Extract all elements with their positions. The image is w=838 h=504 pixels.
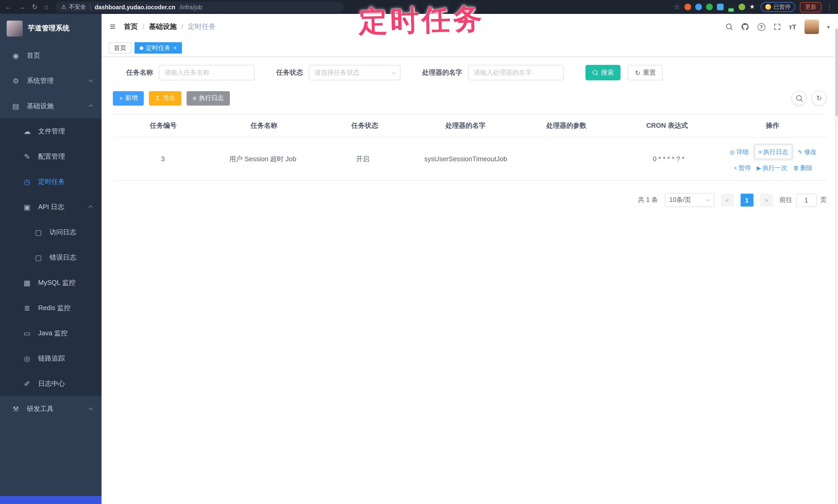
reset-button[interactable]: ↻ 重置 — [628, 65, 663, 80]
sidebar-item-label: API 日志 — [38, 202, 64, 212]
sidebar-item-5[interactable]: ◷定时任务 — [0, 169, 102, 194]
action-pencil[interactable]: ✎修改 — [798, 147, 816, 157]
search-button[interactable]: 搜索 — [586, 65, 621, 80]
navbar-actions: ? тT ▾ — [726, 20, 830, 34]
sidebar-item-1[interactable]: ⚙系统管理 — [0, 68, 102, 93]
sidebar-item-4[interactable]: ✎配置管理 — [0, 144, 102, 169]
extension-pin[interactable] — [695, 4, 702, 10]
reload-icon[interactable]: ↻ — [32, 4, 38, 10]
handler-filter-input[interactable] — [468, 65, 564, 80]
bookmark-star-icon[interactable]: ☆ — [674, 4, 680, 10]
sidebar-item-10[interactable]: ≣Redis 监控 — [0, 295, 102, 320]
export-button[interactable]: ↧ 导出 — [149, 91, 181, 105]
goto-page-input[interactable] — [796, 193, 817, 207]
scrollbar-thumb[interactable] — [835, 29, 838, 116]
sidebar-item-label: 错误日志 — [50, 253, 76, 262]
chevron-down-icon — [707, 199, 710, 201]
sidebar-item-11[interactable]: ▭Java 监控 — [0, 320, 102, 346]
back-icon[interactable]: ← — [5, 4, 12, 10]
page-size-value: 10条/页 — [669, 196, 691, 204]
sidebar-item-label: 首页 — [27, 51, 40, 60]
github-icon[interactable] — [741, 23, 749, 31]
table-header-cell: 任务编号 — [113, 114, 214, 137]
sidebar-item-label: Redis 监控 — [38, 303, 71, 312]
table-header-cell: 处理器的参数 — [516, 114, 617, 137]
exec-log-button[interactable]: ≡ 执行日志 — [187, 91, 230, 105]
sidebar-item-9[interactable]: ▦MySQL 监控 — [0, 270, 102, 295]
eye-icon: ◎ — [730, 147, 735, 157]
toggle-search-button[interactable] — [792, 91, 806, 106]
font-size-icon[interactable]: тT — [789, 23, 796, 31]
close-icon: × — [734, 163, 737, 173]
paused-extension-badge[interactable]: 已暂停 — [761, 2, 795, 12]
cell-operations: ◎详细≡执行日志✎修改×暂停▶执行一次删除 — [719, 140, 828, 178]
sidebar-item-3[interactable]: ☁文件管理 — [0, 119, 102, 144]
sidebar-item-14[interactable]: ⚒研发工具 — [0, 396, 102, 421]
help-icon[interactable]: ? — [757, 23, 765, 31]
prev-page-button[interactable]: < — [721, 194, 734, 206]
sidebar-item-8[interactable]: ▢错误日志 — [0, 245, 102, 270]
page-button-1[interactable]: 1 — [740, 194, 753, 206]
add-button[interactable]: + 新增 — [113, 91, 144, 105]
refresh-icon: ↻ — [635, 69, 640, 76]
main-area: ≡ 首页/基础设施/定时任务 ? тT ▾ 首页定时任务× 任务名称 — [102, 14, 838, 504]
refresh-table-button[interactable]: ↻ — [812, 91, 827, 106]
address-bar[interactable]: ⚠ 不安全 dashboard.yudao.iocoder.cn/infra/j… — [55, 2, 344, 12]
security-status[interactable]: ⚠ 不安全 — [61, 3, 86, 11]
sidebar-item-12[interactable]: ◎链路追踪 — [0, 346, 102, 371]
pagination-total: 共 1 条 — [638, 196, 658, 204]
action-close[interactable]: ×暂停 — [734, 163, 751, 173]
search-icon — [796, 94, 803, 102]
home-icon[interactable]: ⌂ — [44, 4, 49, 10]
sidebar-item-7[interactable]: ▢访问日志 — [0, 219, 102, 245]
extension-blue-grid[interactable] — [717, 4, 723, 10]
play-icon: ▶ — [756, 163, 761, 173]
action-play[interactable]: ▶执行一次 — [756, 163, 787, 173]
action-trash[interactable]: 删除 — [793, 163, 813, 173]
app-logo-row[interactable]: 芋道管理系统 — [0, 14, 102, 43]
url-host: dashboard.yudao.iocoder.cn — [94, 4, 175, 10]
sidebar-item-6[interactable]: ▣API 日志 — [0, 194, 102, 219]
close-icon[interactable]: × — [173, 45, 177, 51]
next-page-button[interactable]: > — [760, 194, 773, 206]
url-path: /infra/job — [179, 4, 202, 10]
name-filter-input[interactable] — [159, 65, 255, 80]
sidebar-item-label: Java 监控 — [38, 328, 68, 338]
extension-orange[interactable] — [684, 4, 691, 10]
chevron-down-icon[interactable]: ▾ — [827, 24, 830, 30]
cell-name: 用户 Session 超时 Job — [213, 149, 313, 169]
tag-0[interactable]: 首页 — [109, 42, 132, 54]
security-label: 不安全 — [69, 3, 86, 11]
table-header-cell: 任务状态 — [314, 114, 415, 137]
java-monitor-icon: ▭ — [23, 329, 32, 337]
extension-star[interactable]: ★ — [749, 4, 756, 10]
chrome-update-button[interactable]: 更新 — [800, 2, 821, 12]
breadcrumb-separator: / — [142, 23, 144, 31]
sidebar-item-0[interactable]: ◉首页 — [0, 43, 102, 68]
scrollbar[interactable] — [835, 28, 838, 504]
action-eye[interactable]: ◎详细 — [730, 147, 749, 157]
extension-leaf[interactable] — [738, 4, 745, 10]
mysql-monitor-icon: ▦ — [23, 278, 32, 287]
forward-icon[interactable]: → — [19, 4, 25, 10]
extension-dark-on[interactable]: on — [728, 4, 734, 10]
breadcrumb-item[interactable]: 基础设施 — [149, 22, 177, 32]
fullscreen-icon[interactable] — [773, 23, 781, 30]
avatar[interactable] — [804, 20, 819, 34]
tag-1[interactable]: 定时任务× — [135, 42, 182, 54]
cloud-upload-icon: ☁ — [23, 127, 32, 135]
hamburger-icon[interactable]: ≡ — [110, 21, 116, 33]
action-list[interactable]: ≡执行日志 — [754, 145, 792, 159]
refresh-icon: ↻ — [816, 94, 822, 102]
sidebar-item-13[interactable]: ✐日志中心 — [0, 371, 102, 396]
status-filter-select[interactable]: 请选择任务状态 — [309, 65, 400, 80]
search-icon[interactable] — [726, 23, 733, 30]
breadcrumb-item[interactable]: 首页 — [124, 22, 138, 32]
sidebar-item-label: 链路追踪 — [38, 354, 65, 363]
sidebar-item-2[interactable]: ▤基础设施 — [0, 93, 102, 119]
page-size-select[interactable]: 10条/页 — [665, 193, 714, 207]
browser-menu-icon[interactable]: ⋮ — [826, 3, 833, 11]
log-center-icon: ✐ — [23, 379, 32, 388]
extension-green[interactable] — [706, 4, 713, 10]
page-unit-label: 页 — [820, 196, 827, 204]
